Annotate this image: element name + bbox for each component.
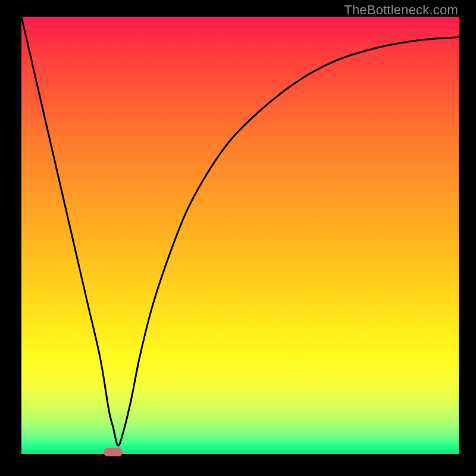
watermark-text: TheBottleneck.com (344, 2, 458, 18)
curve-svg (21, 17, 459, 454)
bottleneck-curve (21, 17, 459, 446)
plot-area (21, 17, 459, 454)
chart-frame: TheBottleneck.com (0, 0, 476, 476)
min-marker (104, 448, 123, 456)
